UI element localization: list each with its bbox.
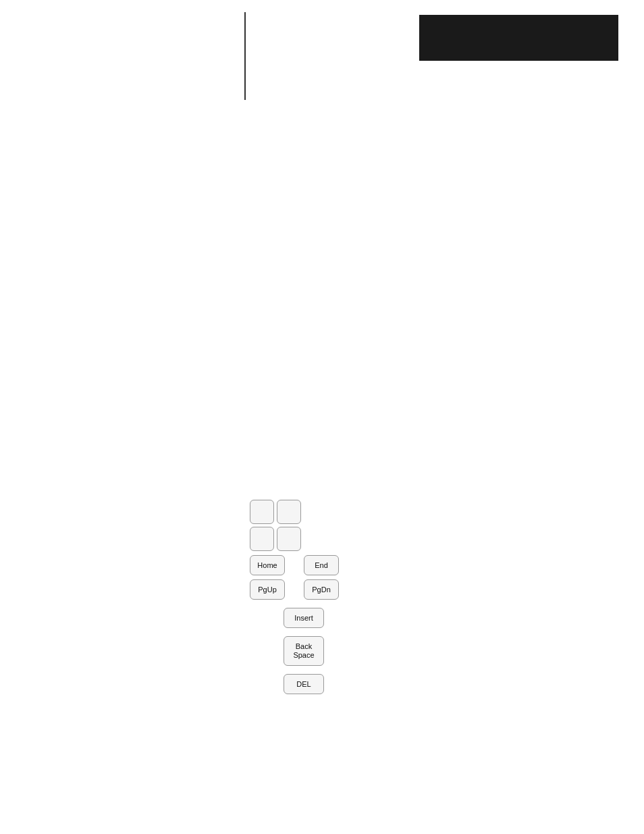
end-key[interactable]: End — [304, 555, 339, 575]
del-row: DEL — [284, 674, 324, 694]
vertical-line-decoration — [244, 12, 246, 100]
arrow-top-row — [250, 500, 301, 524]
arrow-up-key[interactable] — [250, 500, 274, 524]
home-end-row: Home End — [250, 555, 339, 575]
pgup-pgdn-row: PgUp PgDn — [250, 579, 339, 600]
insert-row: Insert — [284, 608, 324, 628]
black-rectangle-header — [419, 15, 618, 61]
backspace-row: BackSpace — [284, 636, 324, 666]
arrow-down-key[interactable] — [277, 527, 301, 551]
arrow-bottom-row — [250, 527, 301, 551]
keyboard-cluster: Home End PgUp PgDn Insert BackSpace DEL — [250, 500, 339, 694]
pgup-key[interactable]: PgUp — [250, 579, 285, 600]
home-key[interactable]: Home — [250, 555, 285, 575]
arrow-right-key[interactable] — [277, 500, 301, 524]
arrow-left-key[interactable] — [250, 527, 274, 551]
del-key[interactable]: DEL — [284, 674, 324, 694]
backspace-key[interactable]: BackSpace — [284, 636, 324, 666]
insert-key[interactable]: Insert — [284, 608, 324, 628]
pgdn-key[interactable]: PgDn — [304, 579, 339, 600]
backspace-label: BackSpace — [293, 642, 314, 660]
